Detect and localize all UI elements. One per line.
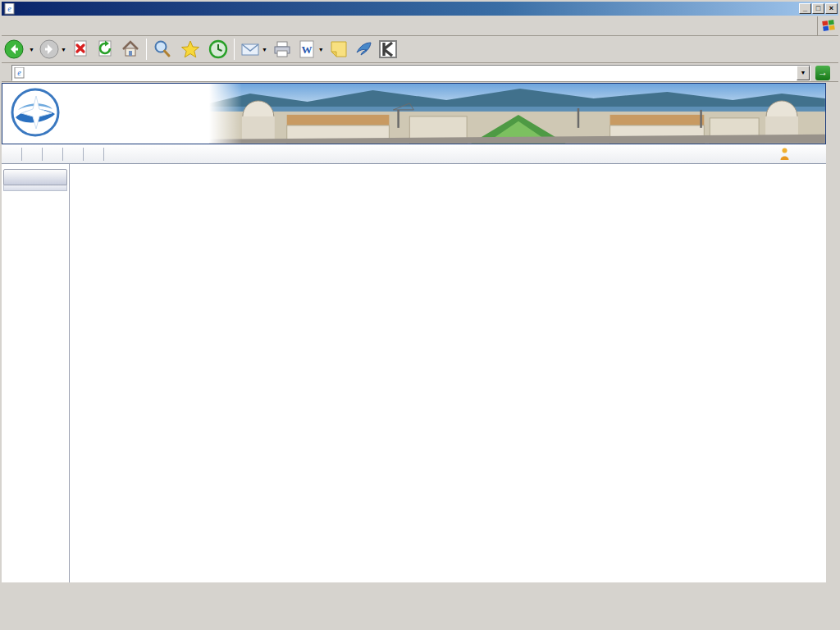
go-icon: →	[815, 66, 830, 80]
tab-permission[interactable]	[104, 148, 124, 161]
nav-bar	[2, 144, 826, 164]
forward-dropdown[interactable]: ▼	[61, 47, 66, 52]
content-area	[2, 164, 826, 582]
menu-tools[interactable]	[61, 22, 75, 29]
mail-button[interactable]: ▼	[238, 37, 270, 62]
kaspersky-button[interactable]	[376, 37, 400, 62]
messenger-bird-icon	[354, 39, 373, 59]
print-button[interactable]	[270, 37, 294, 62]
minimize-button[interactable]: _	[799, 3, 811, 14]
history-button[interactable]	[206, 37, 231, 62]
screen: e _ □ × ▼ ▼	[0, 0, 840, 630]
address-bar: e ▼ →	[2, 64, 838, 82]
tab-weather-monitor[interactable]	[22, 148, 43, 161]
history-icon	[208, 39, 228, 59]
word-icon: W	[297, 39, 317, 59]
map-area[interactable]	[71, 164, 646, 582]
favorites-button[interactable]	[178, 37, 206, 62]
restore-button[interactable]: □	[812, 3, 824, 14]
menu-file[interactable]	[2, 22, 16, 29]
note-icon	[329, 39, 349, 59]
svg-text:W: W	[301, 43, 312, 56]
menu-help[interactable]	[75, 22, 90, 29]
close-button[interactable]: ×	[825, 3, 838, 14]
favorites-star-icon	[180, 39, 200, 59]
category-sidebar	[2, 164, 70, 582]
company-logo	[11, 88, 60, 137]
menu-favorites[interactable]	[46, 22, 61, 29]
messenger-button[interactable]	[351, 37, 376, 62]
home-icon	[121, 39, 140, 59]
print-icon	[272, 39, 292, 59]
edit-word-button[interactable]: W ▼	[294, 37, 326, 62]
back-icon	[4, 39, 24, 59]
plant-photo	[209, 84, 825, 144]
tab-radiation-monitor[interactable]	[43, 148, 63, 161]
district-map[interactable]	[71, 164, 646, 561]
mail-icon	[240, 39, 260, 59]
note-button[interactable]	[326, 37, 351, 62]
forward-icon	[39, 39, 59, 59]
address-dropdown[interactable]: ▼	[797, 66, 810, 80]
go-button[interactable]: →	[810, 66, 838, 80]
home-button[interactable]	[118, 37, 143, 62]
svg-text:e: e	[7, 4, 11, 13]
kaspersky-icon	[378, 39, 398, 59]
category-header[interactable]	[3, 169, 67, 185]
address-input[interactable]: e ▼	[11, 65, 810, 81]
tab-location-display[interactable]	[2, 148, 22, 161]
tab-station-monitor[interactable]	[63, 148, 84, 161]
forward-button[interactable]: ▼	[37, 37, 69, 62]
title-bar: e _ □ ×	[2, 2, 838, 16]
stop-icon	[71, 39, 91, 59]
tab-emergency-handle[interactable]	[84, 148, 104, 161]
search-button[interactable]	[150, 37, 178, 62]
page-ie-icon: e	[14, 67, 25, 79]
stop-button[interactable]	[69, 37, 94, 62]
user-icon	[779, 148, 790, 160]
menu-edit[interactable]	[16, 22, 31, 29]
menu-view[interactable]	[31, 22, 46, 29]
site-banner	[2, 83, 826, 144]
ie-toolbar: ▼ ▼ ▼	[2, 36, 838, 63]
edit-dropdown[interactable]: ▼	[318, 47, 324, 52]
menu-bar	[2, 16, 838, 36]
svg-text:e: e	[17, 68, 21, 77]
back-dropdown[interactable]: ▼	[29, 47, 34, 52]
back-button[interactable]: ▼	[2, 37, 37, 62]
refresh-button[interactable]	[94, 37, 118, 62]
ie-window-icon: e	[4, 3, 16, 15]
search-icon	[153, 39, 172, 59]
windows-logo-icon	[817, 16, 838, 35]
refresh-icon	[96, 39, 116, 59]
mail-dropdown[interactable]: ▼	[262, 47, 267, 52]
